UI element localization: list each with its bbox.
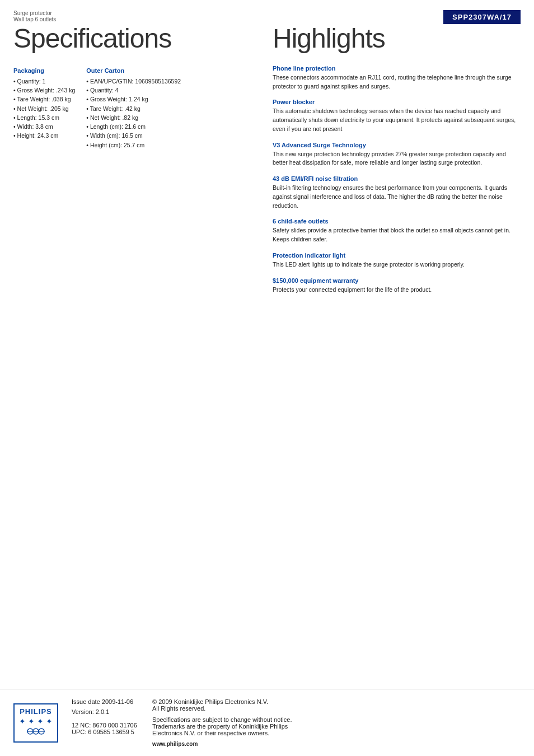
highlight-desc-power-blocker: This automatic shutdown technology sense… (273, 107, 521, 133)
list-item: Gross Weight: .243 kg (13, 86, 75, 95)
list-item: Net Weight: .82 kg (86, 113, 181, 122)
highlight-title-warranty: $150,000 equipment warranty (273, 277, 521, 284)
list-item: Net Weight: .205 kg (13, 104, 75, 113)
list-item: Height (cm): 25.7 cm (86, 141, 181, 150)
highlight-emi-rfi: 43 dB EMI/RFI noise filtrationBuilt-in f… (273, 175, 521, 210)
highlight-child-safe: 6 child-safe outletsSafety slides provid… (273, 218, 521, 244)
list-item: Length: 15.3 cm (13, 113, 75, 122)
spec-section-outer-carton: Outer CartonEAN/UPC/GTIN: 10609585136592… (86, 67, 181, 150)
list-item: Width: 3.8 cm (13, 122, 75, 131)
highlight-desc-protection-indicator: This LED alert lights up to indicate the… (273, 260, 521, 269)
copyright: © 2009 Koninklijke Philips Electronics N… (152, 698, 521, 712)
list-item: Height: 24.3 cm (13, 131, 75, 140)
highlight-desc-emi-rfi: Built-in filtering technology ensures th… (273, 184, 521, 210)
spec-section-packaging: PackagingQuantity: 1Gross Weight: .243 k… (13, 67, 75, 150)
highlight-title-protection-indicator: Protection indicator light (273, 252, 521, 259)
footer-right: © 2009 Koninklijke Philips Electronics N… (152, 698, 521, 747)
list-item: Gross Weight: 1.24 kg (86, 95, 181, 104)
nc-upc: 12 NC: 8670 000 31706 UPC: 6 09585 13659… (72, 722, 139, 735)
highlight-title-child-safe: 6 child-safe outlets (273, 218, 521, 225)
highlight-title-v3-surge: V3 Advanced Surge Technology (273, 142, 521, 148)
philips-logo-icon (26, 726, 46, 737)
disclaimer: Specifications are subject to change wit… (152, 716, 521, 736)
list-item: Quantity: 1 (13, 77, 75, 86)
list-item: Width (cm): 16.5 cm (86, 131, 181, 140)
footer-mid: Issue date 2009-11-06 Version: 2.0.1 12 … (72, 698, 139, 747)
spec-sections: PackagingQuantity: 1Gross Weight: .243 k… (13, 67, 256, 160)
highlight-desc-v3-surge: This new surge protection technology pro… (273, 150, 521, 168)
highlight-phone-line: Phone line protectionThese connectors ac… (273, 65, 521, 91)
philips-logo: PHILIPS ✦ ✦ ✦ ✦ (13, 703, 58, 743)
list-item: Tare Weight: .038 kg (13, 95, 75, 104)
highlight-protection-indicator: Protection indicator lightThis LED alert… (273, 252, 521, 269)
highlight-title-emi-rfi: 43 dB EMI/RFI noise filtration (273, 175, 521, 182)
product-category: Surge protector Wall tap 6 outlets (13, 10, 56, 22)
highlight-title-phone-line: Phone line protection (273, 65, 521, 72)
highlight-warranty: $150,000 equipment warrantyProtects your… (273, 277, 521, 295)
highlight-desc-warranty: Protects your connected equipment for th… (273, 286, 521, 295)
highlight-v3-surge: V3 Advanced Surge TechnologyThis new sur… (273, 142, 521, 168)
top-header: Surge protector Wall tap 6 outlets SPP23… (0, 0, 534, 24)
main-content: Specifications PackagingQuantity: 1Gross… (0, 24, 534, 302)
footer-columns: Issue date 2009-11-06 Version: 2.0.1 12 … (72, 698, 521, 747)
specifications-column: Specifications PackagingQuantity: 1Gross… (13, 24, 267, 302)
version: Version: 2.0.1 (72, 708, 139, 715)
page-title: Specifications (13, 24, 256, 54)
highlight-desc-child-safe: Safety slides provide a protective barri… (273, 226, 521, 244)
footer: PHILIPS ✦ ✦ ✦ ✦ Issue date 2009-11-06 Ve… (0, 689, 534, 756)
spec-section-title-outer-carton: Outer Carton (86, 67, 181, 74)
model-badge: SPP2307WA/17 (443, 10, 521, 24)
philips-logo-text: PHILIPS (19, 707, 53, 716)
issue-date: Issue date 2009-11-06 (72, 698, 139, 705)
philips-logo-stars: ✦ ✦ ✦ ✦ (19, 717, 53, 726)
highlight-title-power-blocker: Power blocker (273, 99, 521, 105)
highlights-title: Highlights (273, 24, 521, 54)
spec-section-title-packaging: Packaging (13, 67, 75, 74)
list-item: Quantity: 4 (86, 86, 181, 95)
list-item: EAN/UPC/GTIN: 10609585136592 (86, 77, 181, 86)
spec-list-outer-carton: EAN/UPC/GTIN: 10609585136592Quantity: 4G… (86, 77, 181, 150)
list-item: Length (cm): 21.6 cm (86, 122, 181, 131)
website: www.philips.com (152, 741, 521, 747)
list-item: Tare Weight: .42 kg (86, 104, 181, 113)
spec-list-packaging: Quantity: 1Gross Weight: .243 kgTare Wei… (13, 77, 75, 141)
highlight-desc-phone-line: These connectors accommodate an RJ11 cor… (273, 73, 521, 91)
highlights-column: Highlights Phone line protectionThese co… (267, 24, 521, 302)
highlights-list: Phone line protectionThese connectors ac… (273, 65, 521, 295)
highlight-power-blocker: Power blockerThis automatic shutdown tec… (273, 99, 521, 133)
